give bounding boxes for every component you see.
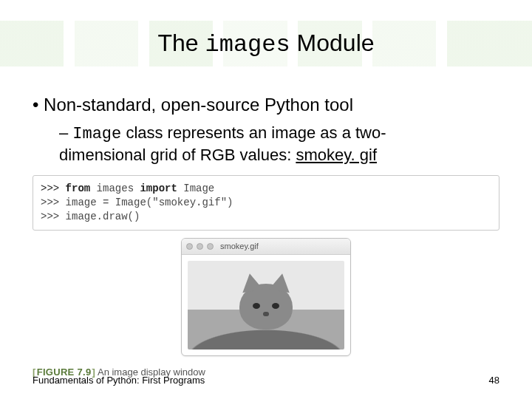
code-line-1: >>> from images import Image (41, 182, 491, 196)
bullet-level1: Non-standard, open-source Python tool (33, 95, 499, 115)
file-link[interactable]: smokey. gif (296, 146, 377, 164)
footer-text: Fundamentals of Python: First Programs (33, 375, 205, 386)
image-window-row: smokey.gif (33, 238, 499, 356)
code-line-3: >>> image.draw() (41, 210, 491, 224)
window-filename: smokey.gif (220, 242, 259, 250)
cat-head (239, 284, 293, 330)
code-line-2: >>> image = Image("smokey.gif") (41, 196, 491, 210)
kw-from: from (66, 183, 91, 194)
code-text: images (90, 183, 140, 194)
slide-title: The images Module (157, 30, 374, 58)
title-pre: The (157, 30, 205, 56)
image-window: smokey.gif (181, 238, 351, 356)
title-post: Module (290, 30, 375, 56)
cat-eye-icon (272, 303, 279, 309)
page-number: 48 (489, 375, 499, 386)
bullet-level2: –Image class represents an image as a tw… (59, 123, 499, 165)
window-content (182, 255, 350, 355)
kw-import: import (140, 183, 177, 194)
window-titlebar: smokey.gif (182, 239, 350, 255)
code-block: >>> from images import Image >>> image =… (33, 175, 499, 231)
bullet-text-a: class represents an image as a two- (121, 123, 386, 142)
dash-icon: – (59, 123, 68, 142)
title-band: The images Module (0, 21, 532, 66)
bullet-text-b: dimensional grid of RGB values: (59, 146, 296, 164)
cat-ear-icon (269, 272, 293, 293)
title-code: images (205, 31, 290, 58)
code-text: Image (177, 183, 214, 194)
repl-prompt: >>> (41, 183, 66, 194)
slide-body: Non-standard, open-source Python tool –I… (33, 95, 499, 378)
cat-image (188, 261, 344, 349)
traffic-light-icon (186, 243, 193, 250)
bullet-code: Image (72, 125, 121, 143)
slide: The images Module Non-standard, open-sou… (0, 0, 532, 399)
traffic-light-icon (207, 243, 214, 250)
cat-nose-icon (263, 312, 269, 316)
cat-ear-icon (239, 272, 263, 293)
traffic-light-icon (197, 243, 203, 250)
cat-eye-icon (253, 303, 260, 309)
